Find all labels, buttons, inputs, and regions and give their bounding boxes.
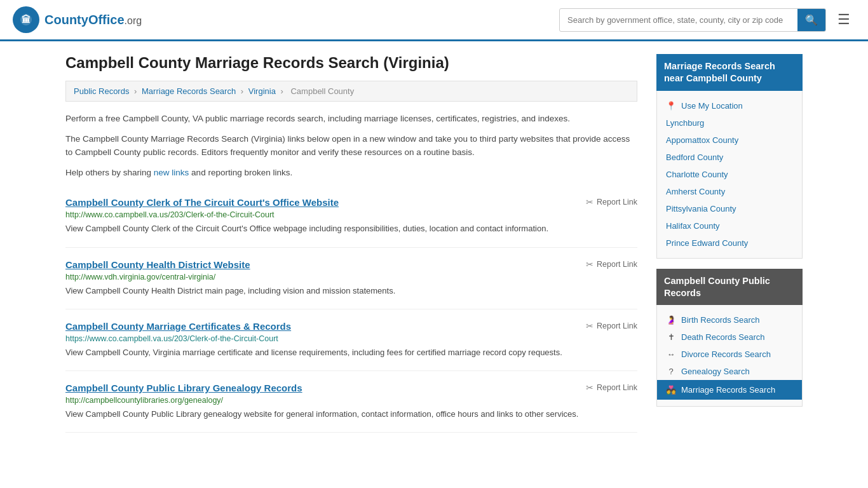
sidebar-marriage-item-5[interactable]: Amherst County [657,183,802,200]
sidebar-marriage-item-2[interactable]: Appomattox County [657,132,802,149]
record-item: Campbell County Public Library Genealogy… [65,371,637,433]
public-record-icon-2: ↔ [666,349,676,359]
search-button[interactable]: 🔍 [797,9,825,31]
page-title: Campbell County Marriage Records Search … [65,54,637,72]
description-1: Perform a free Campbell County, VA publi… [65,112,637,126]
report-icon-1: ✂ [586,259,593,269]
record-url-3[interactable]: http://campbellcountylibraries.org/genea… [65,396,637,405]
breadcrumb-virginia[interactable]: Virginia [248,86,276,96]
breadcrumb-current: Campbell County [290,86,354,96]
main-container: Campbell County Marriage Records Search … [53,41,815,445]
record-desc-0: View Campbell County Clerk of the Circui… [65,222,637,235]
record-item: Campbell County Marriage Certificates & … [65,309,637,371]
record-url-0[interactable]: http://www.co.campbell.va.us/203/Clerk-o… [65,210,637,219]
search-input[interactable] [560,10,797,30]
breadcrumb: Public Records › Marriage Records Search… [65,81,637,102]
sidebar-marriage-item-6[interactable]: Pittsylvania County [657,200,802,217]
new-links-link[interactable]: new links [154,168,189,177]
record-title-3[interactable]: Campbell County Public Library Genealogy… [65,383,302,393]
sidebar-marriage-item-4[interactable]: Charlotte County [657,166,802,183]
sidebar-public-records-body: 🤰Birth Records Search✝Death Records Sear… [656,305,803,407]
sidebar-marriage-item-0[interactable]: 📍Use My Location [657,97,802,114]
logo-icon: 🏛 [13,6,39,33]
sidebar-marriage-item-3[interactable]: Bedford County [657,149,802,166]
description-2: The Campbell County Marriage Records Sea… [65,132,637,159]
description-3: Help others by sharing new links and rep… [65,166,637,180]
report-link-3[interactable]: ✂ Report Link [586,383,637,393]
sidebar-marriage-item-1[interactable]: Lynchburg [657,114,802,132]
record-item: Campbell County Health District Website … [65,248,637,309]
record-title-1[interactable]: Campbell County Health District Website [65,259,250,270]
record-desc-3: View Campbell County Public Library gene… [65,408,637,421]
report-icon-0: ✂ [586,197,593,207]
public-record-icon-3: ? [666,367,676,376]
breadcrumb-marriage-records[interactable]: Marriage Records Search [142,86,236,96]
sidebar-public-item-2[interactable]: ↔Divorce Records Search [657,346,802,363]
sidebar-marriage-header: Marriage Records Search near Campbell Co… [656,54,803,91]
record-desc-1: View Campbell County Health District mai… [65,285,637,297]
sidebar: Marriage Records Search near Campbell Co… [656,54,803,433]
sidebar-marriage-item-7[interactable]: Halifax County [657,217,802,234]
record-url-1[interactable]: http://www.vdh.virginia.gov/central-virg… [65,273,637,281]
content-area: Campbell County Marriage Records Search … [65,54,637,433]
record-desc-2: View Campbell County, Virginia marriage … [65,346,637,359]
report-icon-2: ✂ [586,321,593,331]
site-header: 🏛 CountyOffice.org 🔍 ☰ [0,0,868,41]
record-url-2[interactable]: https://www.co.campbell.va.us/203/Clerk-… [65,334,637,343]
logo-text: CountyOffice.org [44,13,142,27]
records-list: Campbell County Clerk of The Circuit Cou… [65,186,637,433]
sidebar-marriage-body: 📍Use My LocationLynchburgAppomattox Coun… [656,91,803,259]
header-right: 🔍 ☰ [559,8,855,32]
sidebar-marriage-section: Marriage Records Search near Campbell Co… [656,54,803,259]
sidebar-public-item-4[interactable]: 💑Marriage Records Search [657,380,802,400]
sidebar-public-records-section: Campbell County Public Records 🤰Birth Re… [656,269,803,407]
sidebar-public-item-3[interactable]: ?Genealogy Search [657,363,802,380]
public-record-icon-0: 🤰 [666,315,676,325]
menu-button[interactable]: ☰ [832,9,855,30]
report-link-0[interactable]: ✂ Report Link [586,197,637,207]
report-icon-3: ✂ [586,383,593,393]
breadcrumb-public-records[interactable]: Public Records [74,86,129,96]
sidebar-public-item-1[interactable]: ✝Death Records Search [657,329,802,346]
report-link-1[interactable]: ✂ Report Link [586,259,637,269]
svg-text:🏛: 🏛 [22,14,31,25]
report-link-2[interactable]: ✂ Report Link [586,321,637,331]
logo-area[interactable]: 🏛 CountyOffice.org [13,6,142,33]
sidebar-public-item-0[interactable]: 🤰Birth Records Search [657,311,802,329]
public-record-icon-4: 💑 [666,385,676,395]
sidebar-marriage-item-8[interactable]: Prince Edward County [657,234,802,252]
location-icon: 📍 [666,101,676,111]
record-title-2[interactable]: Campbell County Marriage Certificates & … [65,321,291,332]
record-title-0[interactable]: Campbell County Clerk of The Circuit Cou… [65,197,339,208]
record-item: Campbell County Clerk of The Circuit Cou… [65,186,637,247]
public-record-icon-1: ✝ [666,332,676,342]
sidebar-public-records-header: Campbell County Public Records [656,269,803,306]
search-bar[interactable]: 🔍 [559,8,826,32]
